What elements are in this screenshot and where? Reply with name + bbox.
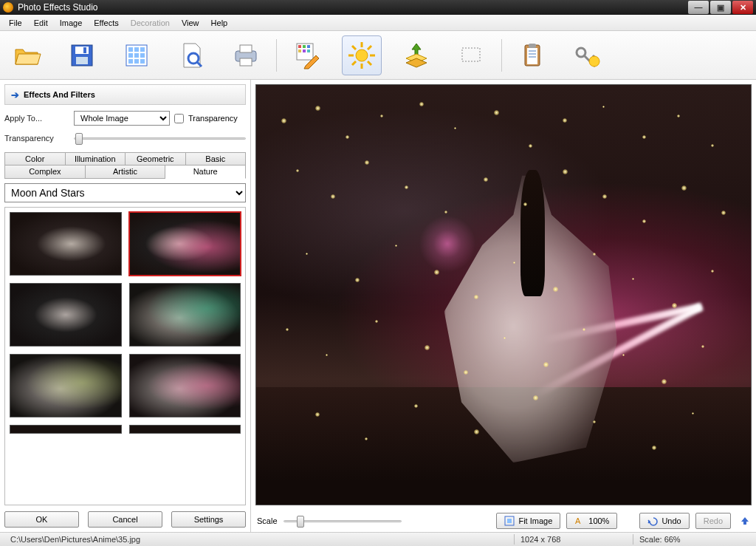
svg-rect-45 [507,519,512,523]
toolbar-layers-button[interactable] [396,35,436,75]
menu-decoration[interactable]: Decoration [125,16,176,30]
clipboard-icon [518,41,547,70]
settings-button[interactable]: Settings [171,511,246,528]
svg-rect-6 [134,47,139,52]
toolbar-effects-editor-button[interactable] [287,35,327,75]
up-arrow-icon[interactable] [740,516,750,526]
app-icon [3,2,13,13]
effect-thumb[interactable] [10,354,122,417]
effect-thumb[interactable] [129,212,241,276]
sun-icon [347,41,377,70]
svg-rect-24 [303,50,306,52]
menu-file[interactable]: File [3,16,28,30]
toolbar-print-button[interactable] [226,35,266,75]
zoom-100-button[interactable]: A 100% [566,513,617,529]
toolbar-crop-button[interactable] [451,35,491,75]
image-canvas[interactable] [255,84,752,505]
svg-rect-1 [75,47,89,54]
menu-effects[interactable]: Effects [88,16,124,30]
svg-rect-7 [140,47,145,52]
tab-illumination[interactable]: Illumination [66,152,126,165]
transparency-checkbox-label: Transparency [188,114,238,123]
svg-rect-9 [134,53,139,58]
page-magnify-icon [176,41,206,70]
menu-image[interactable]: Image [54,16,89,30]
tab-artistic[interactable]: Artistic [86,165,166,179]
tab-geometric[interactable]: Geometric [126,152,186,165]
apply-to-select[interactable]: Whole Image [74,111,170,126]
fit-image-button[interactable]: Fit Image [496,513,560,529]
tab-basic[interactable]: Basic [186,152,247,165]
svg-rect-3 [83,47,86,53]
status-filepath: C:\Users\Den\Pictures\Anime\35.jpg [4,535,514,544]
svg-rect-13 [140,59,145,64]
toolbar-separator [276,39,277,72]
effect-thumb[interactable] [129,425,241,434]
tab-color[interactable]: Color [4,152,66,165]
svg-rect-23 [298,50,301,52]
effect-thumbnails [4,207,246,505]
transparency-slider[interactable] [74,132,246,145]
toolbar-gallery-button[interactable] [117,35,157,75]
tab-complex[interactable]: Complex [4,165,86,179]
window-close-button[interactable]: ✕ [732,1,753,14]
status-dimensions: 1024 x 768 [515,535,633,544]
effect-thumb[interactable] [10,283,122,347]
svg-rect-37 [527,48,537,64]
svg-point-26 [356,50,368,61]
toolbar-clipboard-button[interactable] [512,35,552,75]
status-bar: C:\Users\Den\Pictures\Anime\35.jpg 1024 … [0,532,756,546]
toolbar-preview-button[interactable] [171,35,211,75]
crop-rect-icon [456,41,486,70]
redo-button[interactable]: Redo [695,513,731,529]
svg-rect-38 [529,44,536,48]
toolbar-separator [501,39,502,72]
printer-icon [231,41,261,70]
key-sun-icon [572,41,602,70]
svg-line-34 [368,46,371,50]
toolbar-open-button[interactable] [7,35,47,75]
effect-thumb[interactable] [10,212,122,276]
svg-rect-35 [462,48,480,61]
effect-thumb[interactable] [129,354,241,417]
svg-rect-5 [128,47,133,52]
layers-down-icon [402,41,431,70]
svg-rect-2 [76,57,88,64]
arrow-right-icon: ➔ [11,89,19,100]
effect-thumb[interactable] [129,283,241,347]
toolbar-save-button[interactable] [62,35,102,75]
grid-gallery-icon [122,41,151,70]
tab-nature[interactable]: Nature [165,165,246,179]
menu-edit[interactable]: Edit [28,16,54,30]
undo-button[interactable]: Undo [639,513,689,529]
effect-thumb[interactable] [10,425,122,434]
svg-rect-10 [140,53,145,58]
svg-rect-22 [307,45,310,48]
canvas-footer: Scale Fit Image A 100% Undo Redo [251,510,756,532]
svg-rect-25 [307,50,310,52]
menu-help[interactable]: Help [205,16,234,30]
undo-icon [647,516,658,526]
category-tabs: Color Illumination Geometric Basic Compl… [4,152,246,179]
window-titlebar: Photo Effects Studio — ▣ ✕ [0,0,756,15]
effect-select[interactable]: Moon And Stars [4,183,246,202]
status-scale: Scale: 66% [633,535,752,544]
svg-point-43 [589,56,599,66]
svg-rect-20 [298,45,301,48]
transparency-checkbox[interactable] [174,114,184,123]
scale-slider[interactable] [284,514,402,528]
cancel-button[interactable]: Cancel [88,511,162,528]
toolbar-effects-button[interactable] [342,35,382,75]
zoom-100-icon: A [574,516,585,526]
ok-button[interactable]: OK [4,511,79,528]
svg-text:A: A [575,516,581,525]
grid-pencil-icon [292,41,322,70]
panel-title: Effects And Filters [24,90,95,99]
toolbar-register-button[interactable] [567,35,607,75]
window-minimize-button[interactable]: — [688,1,709,14]
window-maximize-button[interactable]: ▣ [710,1,731,14]
panel-header: ➔ Effects And Filters [4,84,246,105]
svg-rect-8 [128,53,133,58]
svg-line-32 [368,61,371,65]
menu-view[interactable]: View [176,16,205,30]
